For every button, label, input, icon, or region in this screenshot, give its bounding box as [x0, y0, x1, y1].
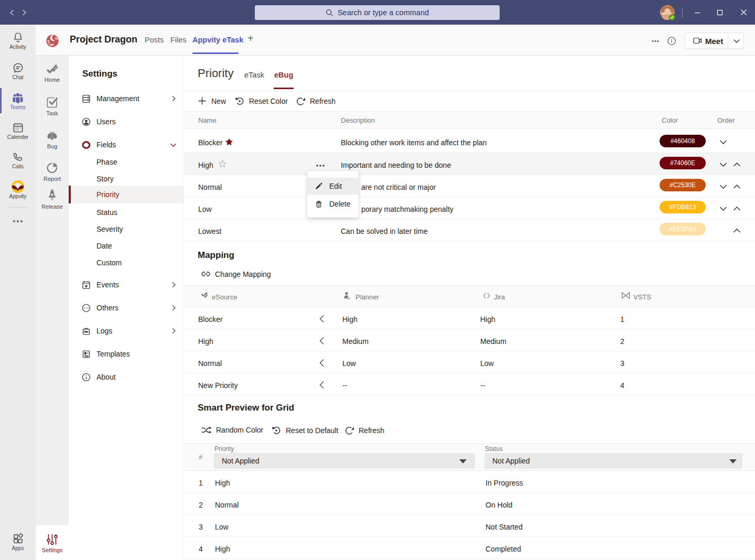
svg-text:LOG: LOG	[84, 331, 89, 333]
